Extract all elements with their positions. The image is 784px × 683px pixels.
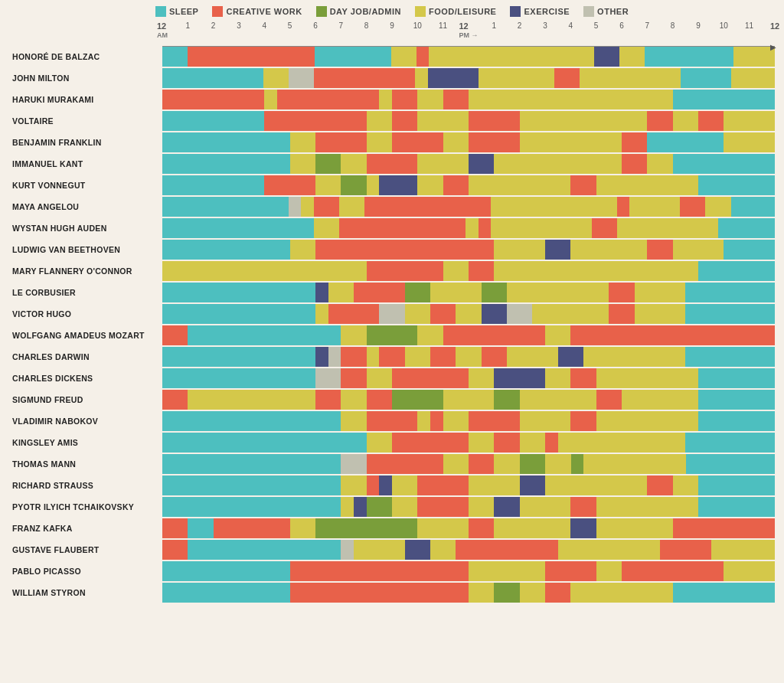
seg (456, 347, 481, 367)
seg (367, 368, 392, 388)
bars-auden (162, 218, 775, 238)
row-murakami: HARUKI MURAKAMI (9, 90, 775, 109)
seg (647, 132, 724, 152)
seg (545, 433, 558, 453)
seg (354, 497, 367, 517)
seg (367, 433, 392, 453)
label-tchaikovsky: PYOTR ILYICH TCHAIKOVSKY (9, 497, 162, 517)
tick-8pm: 8 (671, 21, 675, 31)
seg (341, 368, 366, 388)
seg (367, 411, 418, 431)
bars-milton (162, 68, 775, 88)
seg (367, 154, 418, 174)
seg (622, 132, 647, 152)
seg (443, 90, 469, 109)
tick-8am: 8 (364, 21, 369, 31)
seg (392, 132, 443, 152)
seg (289, 68, 314, 88)
seg (430, 411, 443, 431)
seg (417, 90, 443, 109)
seg (315, 304, 328, 324)
tick-7am: 7 (339, 21, 344, 31)
seg (392, 497, 417, 517)
bars-tchaikovsky (162, 497, 775, 517)
seg (264, 175, 315, 195)
seg (214, 518, 290, 538)
sleep-label: SLEEP (169, 7, 199, 16)
seg (554, 68, 580, 88)
seg (570, 497, 596, 517)
seg (443, 325, 545, 345)
seg (341, 175, 366, 195)
seg (507, 304, 532, 324)
seg (290, 518, 315, 538)
seg (673, 583, 775, 603)
seg (647, 240, 672, 260)
seg (367, 261, 443, 281)
legend-exercise: EXERCISE (510, 6, 570, 17)
seg (379, 90, 392, 109)
seg (507, 283, 609, 302)
label-kant: IMMANUEL KANT (9, 154, 162, 174)
seg (571, 454, 584, 474)
seg (532, 304, 609, 324)
seg (264, 90, 277, 109)
seg (705, 197, 730, 217)
label-flaubert: GUSTAVE FLAUBERT (9, 540, 162, 560)
seg (698, 261, 775, 281)
seg (594, 47, 619, 67)
seg (469, 583, 494, 603)
seg (341, 347, 366, 367)
seg (494, 583, 519, 603)
seg (417, 325, 443, 345)
seg (315, 240, 494, 260)
seg (405, 347, 430, 367)
seg (469, 111, 520, 131)
bars-balzac (162, 47, 775, 67)
seg (469, 132, 520, 152)
seg (443, 411, 469, 431)
seg (545, 325, 570, 345)
seg (545, 368, 570, 388)
seg (580, 68, 681, 88)
seg (315, 154, 341, 174)
row-oconnor: MARY FLANNERY O'CONNOR (9, 261, 775, 281)
row-flaubert: GUSTAVE FLAUBERT (9, 540, 775, 560)
food-swatch (415, 6, 426, 17)
seg (673, 240, 724, 260)
seg (570, 368, 596, 388)
seg (673, 111, 698, 131)
seg (315, 518, 417, 538)
row-mann: THOMAS MANN (9, 454, 775, 474)
seg (635, 283, 686, 302)
seg (364, 197, 491, 217)
legend-creative: CREATIVE WORK (212, 6, 302, 17)
label-murakami: HARUKI MURAKAMI (9, 90, 162, 109)
seg (428, 68, 479, 88)
seg (188, 47, 315, 67)
seg (443, 390, 495, 410)
seg (367, 132, 392, 152)
seg (635, 304, 686, 324)
food-label: FOOD/LEISURE (429, 7, 497, 16)
seg (647, 154, 672, 174)
tick-9am: 9 (390, 21, 394, 31)
seg (469, 497, 494, 517)
seg (482, 347, 507, 367)
seg (622, 154, 647, 174)
row-styron: WILLIAM STYRON (9, 583, 775, 603)
seg (596, 368, 698, 388)
tick-2am: 2 (211, 21, 216, 31)
seg (315, 47, 391, 67)
row-freud: SIGMUND FREUD (9, 390, 775, 410)
legend-food: FOOD/LEISURE (415, 6, 497, 17)
seg (570, 175, 596, 195)
row-franklin: BENJAMIN FRANKLIN (9, 132, 775, 152)
seg (673, 90, 775, 109)
bars-nabokov (162, 411, 775, 431)
seg (392, 111, 417, 131)
seg (609, 283, 634, 302)
tick-4pm: 4 (569, 21, 573, 31)
seg (570, 411, 596, 431)
seg (685, 283, 775, 302)
